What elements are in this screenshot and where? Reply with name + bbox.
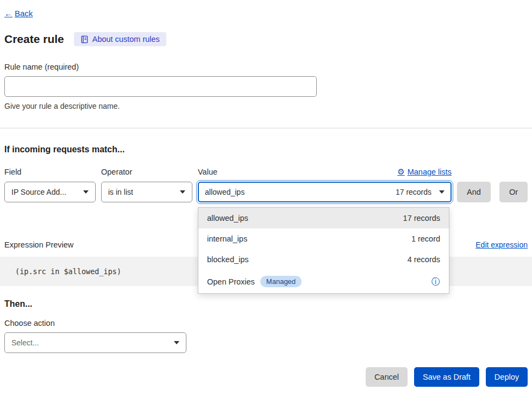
rule-name-input[interactable] [4,76,317,97]
rule-name-helper: Give your rule a descriptive name. [4,102,528,110]
value-dropdown-menu: allowed_ips 17 records internal_ips 1 re… [198,207,449,294]
field-column: Field IP Source Add... [4,166,96,202]
list-item-meta: 1 record [411,234,440,243]
managed-badge: Managed [260,276,302,287]
back-link[interactable]: ← Back [4,9,33,18]
operator-select-value: is in list [108,188,176,196]
title-row: Create rule About custom rules [4,32,528,46]
about-custom-rules-link[interactable]: About custom rules [74,32,166,46]
book-icon [80,35,89,44]
list-item-open-proxies[interactable]: Open Proxies Managed ⓘ [198,270,449,293]
operator-label: Operator [101,168,132,176]
expression-code: (ip.src in $allowed_ips) [15,267,121,276]
value-column: Value ⚙ Manage lists allowed_ips 17 reco… [198,166,452,202]
list-item-meta: 17 records [403,214,441,222]
or-column: Or [499,182,528,202]
field-select-value: IP Source Add... [11,188,79,196]
manage-lists-link[interactable]: ⚙ Manage lists [397,167,452,177]
about-badge-label: About custom rules [92,35,160,44]
field-label: Field [4,168,21,176]
and-button[interactable]: And [457,182,491,202]
section-divider [0,128,532,128]
value-select-meta: 17 records [396,188,435,196]
rule-name-label: Rule name (required) [4,63,528,71]
chevron-down-icon [180,190,185,194]
create-rule-page: ← Back Create rule About custom rules Ru… [0,0,532,387]
info-icon[interactable]: ⓘ [431,277,440,286]
list-item-blocked-ips[interactable]: blocked_ips 4 records [198,249,449,270]
match-row: Field IP Source Add... Operator is in li… [4,166,528,202]
field-select[interactable]: IP Source Add... [4,182,96,202]
expression-preview-label: Expression Preview [4,240,73,249]
back-arrow-icon: ← [4,9,12,18]
list-item-name: Open Proxies [207,277,255,286]
value-select-value: allowed_ips [205,188,391,196]
action-select-placeholder: Select... [11,338,170,347]
choose-action-label: Choose action [4,319,528,327]
match-heading: If incoming requests match... [4,145,528,154]
list-item-name: internal_ips [207,234,247,243]
chevron-down-icon [83,190,89,194]
operator-select[interactable]: is in list [101,182,192,202]
cancel-button[interactable]: Cancel [366,367,408,387]
operator-column: Operator is in list [101,166,192,202]
page-title: Create rule [4,33,64,46]
list-item-name: blocked_ips [207,255,249,264]
value-select[interactable]: allowed_ips 17 records [198,182,452,202]
then-heading: Then... [4,299,528,309]
manage-lists-label: Manage lists [408,168,452,176]
save-as-draft-button[interactable]: Save as Draft [414,367,479,387]
value-label: Value [198,168,217,176]
edit-expression-link[interactable]: Edit expression [475,240,528,249]
or-button[interactable]: Or [499,182,528,202]
gear-icon: ⚙ [397,167,404,177]
list-item-name: allowed_ips [207,214,248,222]
and-column: And [457,182,491,202]
footer-actions: Cancel Save as Draft Deploy [4,367,528,387]
chevron-down-icon [174,341,179,344]
back-label: Back [15,9,33,18]
list-item-allowed-ips[interactable]: allowed_ips 17 records [198,208,449,228]
action-select[interactable]: Select... [4,332,186,353]
back-row: ← Back [4,0,528,18]
deploy-button[interactable]: Deploy [486,367,528,387]
list-item-meta: 4 records [408,255,440,264]
list-item-internal-ips[interactable]: internal_ips 1 record [198,228,449,249]
chevron-down-icon [439,190,445,194]
